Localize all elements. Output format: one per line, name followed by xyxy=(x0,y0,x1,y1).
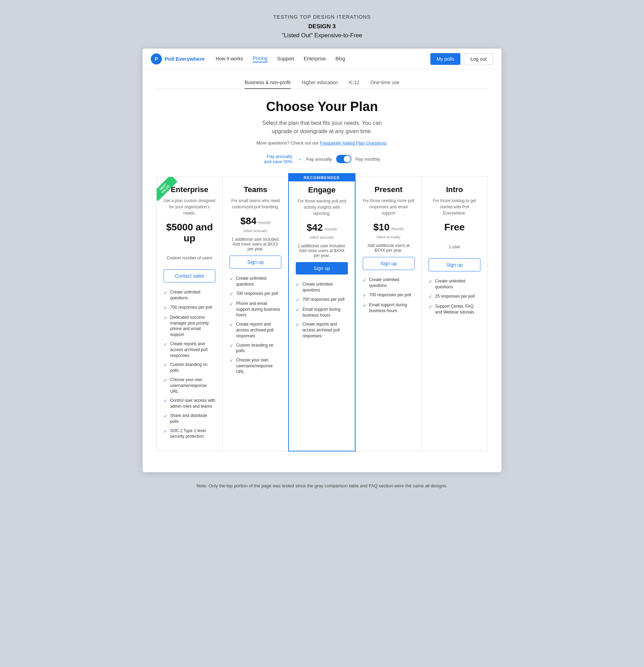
billing-toggle-switch[interactable] xyxy=(336,155,351,163)
feature-item: ✓Email support during business hours xyxy=(296,307,348,318)
browser-window: P Poll Everywhere How it works Pricing S… xyxy=(143,49,501,472)
check-icon: ✓ xyxy=(230,276,233,282)
faq-text: More questions? Check out our Frequently… xyxy=(156,140,488,146)
check-icon: ✓ xyxy=(164,413,167,419)
my-polls-button[interactable]: My polls xyxy=(430,53,460,65)
feature-item: ✓700 responses per poll xyxy=(363,292,414,299)
plan-present: Present For those needing more poll resp… xyxy=(355,177,421,451)
present-price: $10 /month xyxy=(363,222,414,233)
intro-cta-button[interactable]: Sign up xyxy=(429,258,480,271)
feature-item: ✓700 responses per poll xyxy=(164,305,215,311)
enterprise-plan-desc: Get a plan custom designed for your orga… xyxy=(164,198,215,216)
nav-how-it-works[interactable]: How it works xyxy=(216,56,243,62)
plan-teams: Teams For small teams who need customize… xyxy=(222,177,288,451)
engage-plan-name: Engage xyxy=(296,186,348,195)
check-icon: ✓ xyxy=(164,362,167,368)
enterprise-price: $5000 and up xyxy=(164,222,215,244)
nav-enterprise[interactable]: Enterprise xyxy=(304,56,326,62)
check-icon: ✓ xyxy=(363,292,367,299)
feature-item: ✓Create unlimited questions xyxy=(230,276,281,287)
feature-item: ✓Phone and email support during business… xyxy=(230,301,281,318)
feature-item: ✓Choose your own username/response URL xyxy=(164,377,215,394)
present-price-value: $10 xyxy=(373,222,390,232)
feature-item: ✓Dedicated success manager plus priority… xyxy=(164,315,215,338)
tab-k12[interactable]: K-12 xyxy=(349,80,360,89)
tab-business[interactable]: Business & non-profit xyxy=(245,80,291,89)
bottom-note: Note: Only the top portion of the page w… xyxy=(197,483,448,488)
design-label: DESIGN 3 xyxy=(308,23,335,30)
teams-plan-name: Teams xyxy=(230,185,281,194)
check-icon: ✓ xyxy=(230,322,233,328)
page-subheading: Select the plan that best fits your need… xyxy=(156,119,488,136)
intro-price-value: Free xyxy=(444,222,465,232)
feature-item: ✓Create unlimited questions xyxy=(363,277,414,289)
recommended-badge: RECOMMENDED xyxy=(289,174,354,181)
enterprise-features: ✓Create unlimited questions ✓700 respons… xyxy=(164,289,215,439)
top-label: TESTING TOP DESIGN ITERATIONS xyxy=(273,14,371,20)
teams-price-suffix: /month xyxy=(258,220,271,225)
intro-features: ✓Create unlimited questions ✓25 response… xyxy=(429,278,480,315)
feature-item: ✓Share and distribute polls xyxy=(164,413,215,425)
engage-features: ✓Create unlimited questions ✓700 respons… xyxy=(296,281,348,339)
check-icon: ✓ xyxy=(164,341,167,348)
present-plan-name: Present xyxy=(363,185,414,194)
nav-links: How it works Pricing Support Enterprise … xyxy=(216,56,430,62)
plan-intro: Intro For those looking to get started w… xyxy=(421,177,488,451)
plan-enterprise: BEST VALUE Enterprise Get a plan custom … xyxy=(156,177,222,451)
nav-support[interactable]: Support xyxy=(277,56,294,62)
teams-cta-button[interactable]: Sign up xyxy=(230,256,281,269)
nav-blog[interactable]: Blog xyxy=(335,56,345,62)
intro-plan-name: Intro xyxy=(429,185,480,194)
logo-text: Poll Everywhere xyxy=(165,56,205,62)
present-users: Add additional users at $XXX per year. xyxy=(363,243,414,253)
check-icon: ✓ xyxy=(429,279,432,285)
navbar-actions: My polls Log out xyxy=(430,53,493,65)
feature-item: ✓Create reports and access archived poll… xyxy=(230,321,281,339)
feature-item: ✓Custom branding on polls xyxy=(230,342,281,354)
feature-item: ✓Create unlimited questions xyxy=(429,278,480,290)
pay-monthly-label: Pay monthly xyxy=(355,157,380,162)
check-icon: ✓ xyxy=(164,398,167,404)
enterprise-users: Custom number of users xyxy=(164,256,215,265)
feature-item: ✓Custom branding on polls xyxy=(164,362,215,374)
toggle-knob xyxy=(344,156,351,162)
enterprise-price-value: $5000 and up xyxy=(166,222,213,243)
page-title: Choose Your Plan xyxy=(156,99,488,114)
plans-grid: BEST VALUE Enterprise Get a plan custom … xyxy=(156,177,488,451)
present-plan-desc: For those needing more poll responses an… xyxy=(363,198,414,216)
check-icon: ✓ xyxy=(230,291,233,297)
engage-users: 1 additional user included. Add more use… xyxy=(296,243,348,258)
enterprise-cta-button[interactable]: Contact sales xyxy=(164,269,215,282)
check-icon: ✓ xyxy=(164,428,167,435)
main-content: Business & non-profit Higher education K… xyxy=(143,69,501,472)
teams-plan-desc: For small teams who need customized poll… xyxy=(230,198,281,210)
tab-higher-ed[interactable]: Higher education xyxy=(302,80,338,89)
tab-one-time[interactable]: One-time use xyxy=(370,80,399,89)
check-icon: ✓ xyxy=(429,304,432,310)
feature-item: ✓Create reports and access archived poll… xyxy=(296,321,348,339)
check-icon: ✓ xyxy=(296,307,300,313)
billing-toggle: Pay annuallyand save 50% → Pay annually … xyxy=(156,154,488,164)
navbar-logo[interactable]: P Poll Everywhere xyxy=(151,53,205,64)
logout-button[interactable]: Log out xyxy=(464,53,493,65)
plan-tabs: Business & non-profit Higher education K… xyxy=(156,80,488,89)
teams-billing: billed annually xyxy=(230,229,281,233)
design-subtitle: "Listed Out" Expensive-to-Free xyxy=(282,32,362,39)
navbar: P Poll Everywhere How it works Pricing S… xyxy=(143,49,501,69)
teams-features: ✓Create unlimited questions ✓700 respons… xyxy=(230,276,281,375)
faq-link[interactable]: Frequently Asked Plan Questions xyxy=(320,140,386,146)
feature-item: ✓Choose your own username/response URL xyxy=(230,357,281,375)
check-icon: ✓ xyxy=(164,377,167,384)
feature-item: ✓Create reports and access archived poll… xyxy=(164,341,215,358)
intro-price: Free xyxy=(429,222,480,233)
engage-billing: billed annually xyxy=(296,235,348,239)
present-cta-button[interactable]: Sign up xyxy=(363,257,414,270)
intro-billing xyxy=(429,235,480,240)
check-icon: ✓ xyxy=(164,290,167,296)
present-price-suffix: /month xyxy=(391,227,404,231)
check-icon: ✓ xyxy=(164,305,167,311)
engage-cta-button[interactable]: Sign up xyxy=(296,262,348,275)
feature-item: ✓Create unlimited questions xyxy=(296,281,348,293)
feature-item: ✓Email support during business hours xyxy=(363,302,414,314)
nav-pricing[interactable]: Pricing xyxy=(253,56,267,62)
